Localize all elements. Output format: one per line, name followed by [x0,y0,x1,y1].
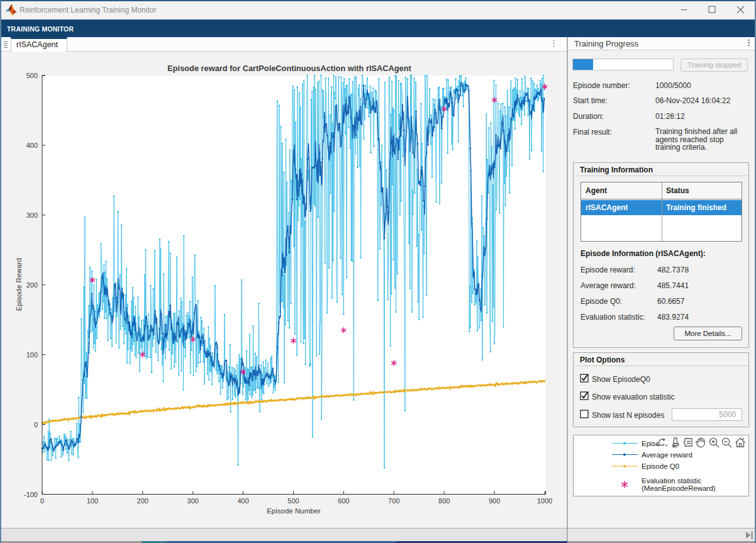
svg-text:0: 0 [34,421,38,428]
svg-text:100: 100 [26,351,38,359]
svg-text:400: 400 [26,142,38,149]
svg-text:1000: 1000 [537,497,552,505]
svg-text:200: 200 [137,497,148,505]
svg-text:100: 100 [87,497,98,505]
svg-text:Average reward: Average reward [642,451,692,459]
svg-text:500: 500 [287,497,299,505]
svg-text:Episode Q0: Episode Q0 [642,462,679,470]
svg-text:600: 600 [338,497,349,505]
svg-text:400: 400 [237,497,248,505]
svg-text:0: 0 [40,497,44,505]
svg-text:900: 900 [489,497,500,505]
svg-text:Episode Number: Episode Number [267,507,321,515]
svg-text:200: 200 [26,281,38,289]
svg-text:300: 300 [26,211,38,219]
svg-text:Episode Reward: Episode Reward [15,258,23,311]
svg-text:(MeanEpisodeReward): (MeanEpisodeReward) [642,484,716,492]
svg-text:800: 800 [438,497,450,505]
svg-text:Episode reward for CartPoleCon: Episode reward for CartPoleContinuousAct… [167,64,411,73]
svg-text:Evaluation statistic: Evaluation statistic [642,477,701,484]
svg-text:500: 500 [26,72,38,79]
svg-text:700: 700 [388,497,399,505]
svg-text:300: 300 [187,497,199,505]
svg-text:-100: -100 [24,491,38,498]
